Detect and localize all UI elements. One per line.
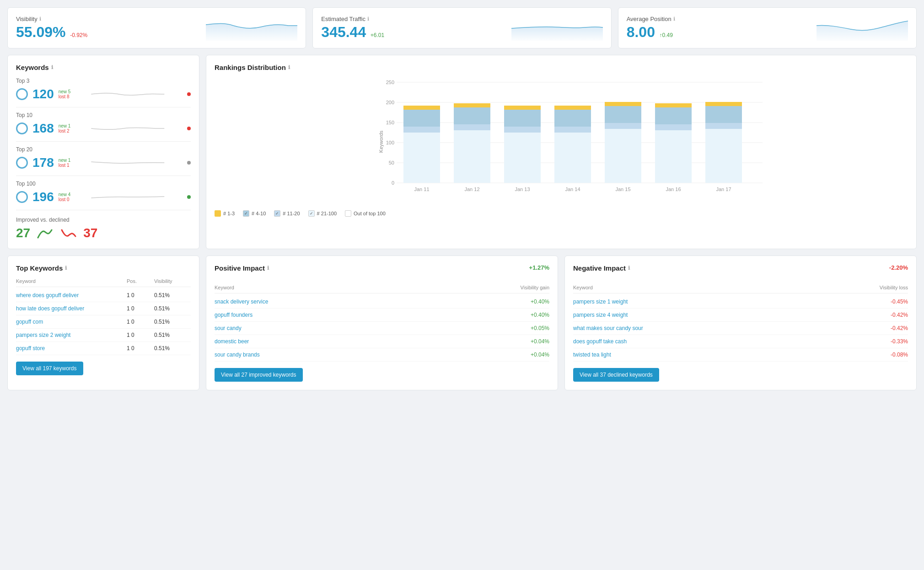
legend-1-3: # 1-3 (215, 210, 235, 217)
svg-rect-19 (454, 124, 490, 130)
declined-count: 37 (83, 226, 97, 240)
svg-text:100: 100 (386, 140, 394, 145)
vis-val: 0.51% (154, 305, 191, 312)
kw-top3-sparkline (75, 86, 181, 102)
legend-out-top100-check[interactable] (345, 210, 351, 217)
kw-top3-lost: lost 8 (59, 94, 71, 99)
view-improved-keywords-button[interactable]: View all 27 improved keywords (215, 368, 303, 382)
top-keywords-card: Top Keywords ℹ Keyword Pos. Visibility w… (7, 256, 199, 390)
kw-top20-badges: new 1 lost 1 (59, 158, 71, 168)
negative-impact-info-icon[interactable]: ℹ (628, 265, 630, 271)
rankings-info-icon[interactable]: ℹ (288, 64, 290, 70)
visibility-change: -0.92% (70, 32, 87, 38)
visibility-info-icon[interactable]: ℹ (39, 16, 41, 22)
svg-rect-39 (655, 124, 692, 130)
svg-rect-14 (403, 127, 440, 133)
svg-text:Jan 17: Jan 17 (716, 186, 731, 192)
legend-out-top100: Out of top 100 (345, 210, 386, 217)
kw-top100-count: 196 (32, 190, 54, 204)
legend-4-10-check[interactable]: ✓ (243, 210, 249, 217)
bottom-row: Top Keywords ℹ Keyword Pos. Visibility w… (7, 256, 917, 390)
metrics-row: Visibility ℹ 55.09% -0.92% Estimated Tra… (7, 7, 917, 48)
kw-link[interactable]: twisted tea light (573, 352, 862, 358)
kw-link[interactable]: gopuff store (16, 345, 127, 352)
view-all-keywords-button[interactable]: View all 197 keywords (16, 362, 83, 375)
table-row: does gopuff take cash -0.33% (573, 335, 908, 348)
kw-link[interactable]: where does gopuff deliver (16, 292, 127, 298)
kw-top3-dot (187, 92, 191, 96)
kw-top20-section: Top 20 178 new 1 lost 1 (16, 146, 191, 176)
kw-top100-section: Top 100 196 new 4 lost 0 (16, 181, 191, 210)
declined-arrow-icon (59, 226, 78, 240)
position-change: ↑0.49 (660, 32, 673, 38)
pos-val: 1 0 (127, 305, 154, 312)
kw-link[interactable]: domestic beer (215, 338, 504, 345)
table-row: snack delivery service +0.40% (215, 295, 549, 309)
traffic-info-icon[interactable]: ℹ (367, 16, 369, 22)
kw-link[interactable]: sour candy brands (215, 352, 504, 358)
svg-text:Jan 12: Jan 12 (464, 186, 479, 192)
positive-impact-title: Positive Impact ℹ (215, 264, 269, 272)
svg-rect-36 (605, 102, 641, 106)
chart-legend: # 1-3 ✓ # 4-10 ✓ # 11-20 ✓ # 21-100 Out … (215, 210, 908, 217)
kw-top3-count: 120 (32, 87, 54, 101)
table-row: sour candy +0.05% (215, 322, 549, 335)
kw-link[interactable]: what makes sour candy sour (573, 325, 862, 331)
svg-rect-24 (504, 127, 541, 133)
improved-declined-section: Improved vs. declined 27 37 (16, 217, 191, 240)
position-chart (817, 16, 908, 41)
kw-top10-circle (16, 123, 28, 134)
svg-text:Jan 13: Jan 13 (515, 186, 530, 192)
legend-21-100: ✓ # 21-100 (308, 210, 337, 217)
kw-top100-badges: new 4 lost 0 (59, 192, 71, 202)
view-declined-keywords-button[interactable]: View all 37 declined keywords (573, 368, 659, 382)
table-row: what makes sour candy sour -0.42% (573, 322, 908, 335)
svg-rect-20 (454, 107, 490, 124)
legend-1-3-box (215, 210, 221, 217)
legend-11-20-check[interactable]: ✓ (274, 210, 280, 217)
svg-rect-16 (403, 106, 440, 110)
table-row: pampers size 2 weight 1 0 0.51% (16, 329, 191, 342)
svg-rect-33 (605, 129, 641, 183)
keywords-info-icon[interactable]: ℹ (51, 64, 53, 70)
vis-val: 0.51% (154, 345, 191, 352)
kw-top3-circle (16, 88, 28, 100)
gain-value: +0.05% (504, 325, 549, 331)
kw-link[interactable]: pampers size 4 weight (573, 312, 862, 318)
pos-val: 1 0 (127, 292, 154, 298)
svg-text:200: 200 (386, 100, 394, 105)
svg-text:Jan 11: Jan 11 (414, 186, 429, 192)
negative-impact-total: -2.20% (889, 264, 908, 271)
legend-21-100-check[interactable]: ✓ (308, 210, 315, 217)
svg-rect-46 (705, 102, 742, 106)
table-row: gopuff founders +0.40% (215, 309, 549, 322)
svg-rect-23 (504, 133, 541, 183)
kw-link[interactable]: snack delivery service (215, 298, 504, 305)
kw-link[interactable]: sour candy (215, 325, 504, 331)
kw-top10-new: new 1 (59, 123, 71, 128)
position-info-icon[interactable]: ℹ (673, 16, 675, 22)
kw-link[interactable]: pampers size 2 weight (16, 332, 127, 338)
kw-link[interactable]: does gopuff take cash (573, 338, 862, 345)
svg-rect-29 (554, 127, 591, 133)
svg-rect-25 (504, 110, 541, 127)
kw-link[interactable]: gopuff com (16, 319, 127, 325)
table-row: pampers size 1 weight -0.45% (573, 295, 908, 309)
kw-link[interactable]: how late does gopuff deliver (16, 305, 127, 312)
gain-value: +0.40% (504, 298, 549, 305)
traffic-value: 345.44 (321, 24, 366, 40)
kw-top10-sparkline (75, 120, 181, 137)
kw-top10-badges: new 1 lost 2 (59, 123, 71, 133)
kw-top100-lost: lost 0 (59, 197, 71, 202)
kw-top20-count: 178 (32, 155, 54, 170)
kw-link[interactable]: pampers size 1 weight (573, 298, 862, 305)
svg-text:Jan 14: Jan 14 (565, 186, 580, 192)
top-keywords-info-icon[interactable]: ℹ (65, 265, 67, 271)
positive-impact-info-icon[interactable]: ℹ (267, 265, 269, 271)
kw-top10-count: 168 (32, 121, 54, 136)
positive-impact-header: Keyword Visibility gain (215, 285, 549, 293)
top-keywords-title: Top Keywords ℹ (16, 264, 191, 272)
traffic-chart (511, 16, 603, 41)
loss-value: -0.45% (862, 298, 908, 305)
kw-link[interactable]: gopuff founders (215, 312, 504, 318)
